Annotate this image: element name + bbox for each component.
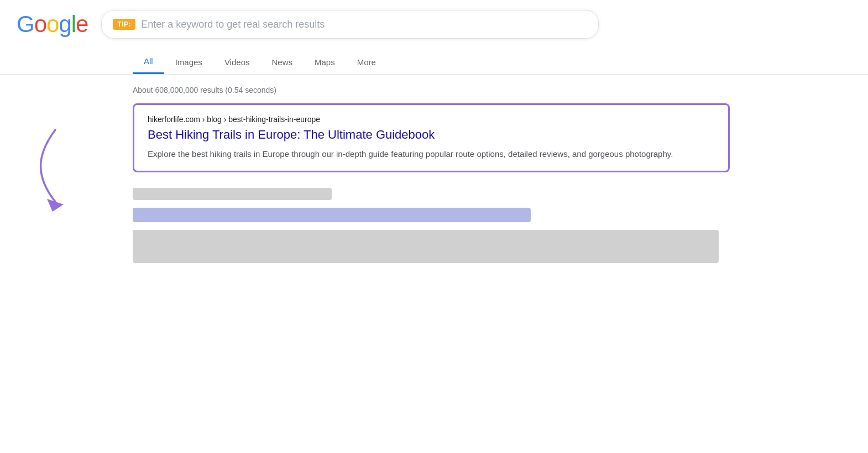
tab-images[interactable]: Images [164, 51, 213, 73]
result-url: hikerforlife.com › blog › best-hiking-tr… [148, 115, 715, 124]
logo-letter-o1: o [34, 11, 46, 37]
logo-letter-g: G [17, 11, 34, 37]
tab-maps[interactable]: Maps [304, 51, 346, 73]
result-title-link[interactable]: Best Hiking Trails in Europe: The Ultima… [148, 127, 715, 143]
google-logo: Google [17, 11, 88, 38]
content-area: About 608,000,000 results (0.54 seconds)… [0, 75, 868, 282]
logo-letter-o2: o [46, 11, 59, 37]
annotation-arrow-container [22, 119, 133, 229]
tab-more[interactable]: More [346, 51, 387, 73]
search-placeholder-text: Enter a keyword to get real search resul… [141, 19, 325, 30]
featured-result-card: hikerforlife.com › blog › best-hiking-tr… [133, 103, 730, 172]
tab-all[interactable]: All [133, 50, 164, 74]
tab-videos[interactable]: Videos [213, 51, 261, 73]
tip-badge: TIP: [113, 19, 135, 30]
results-count: About 608,000,000 results (0.54 seconds) [133, 86, 851, 94]
search-bar[interactable]: TIP: Enter a keyword to get real search … [101, 10, 599, 39]
logo-letter-g2: g [59, 11, 71, 37]
tab-news[interactable]: News [260, 51, 304, 73]
result-description: Explore the best hiking trails in Europe… [148, 148, 715, 161]
placeholder-result-2 [133, 208, 531, 222]
search-bar-container: TIP: Enter a keyword to get real search … [101, 10, 599, 39]
header: Google TIP: Enter a keyword to get real … [0, 0, 868, 44]
logo-letter-l: l [71, 11, 76, 37]
placeholder-result-1 [133, 188, 332, 200]
logo-letter-e: e [76, 11, 88, 37]
placeholder-result-3 [133, 230, 719, 263]
nav-tabs: All Images Videos News Maps More [0, 50, 868, 75]
annotation-arrow [22, 119, 133, 229]
